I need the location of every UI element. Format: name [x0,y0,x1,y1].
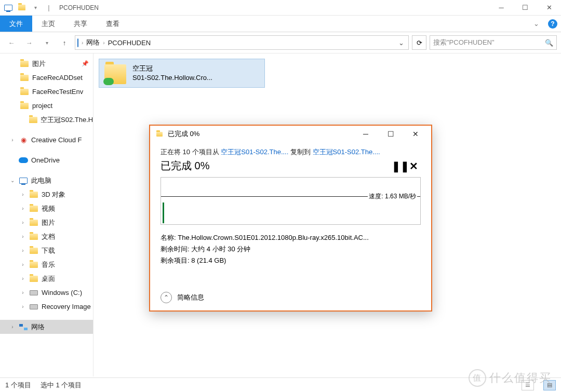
tree-creative-cloud[interactable]: ›◉Creative Cloud F [0,133,93,147]
help-button[interactable]: ? [544,16,561,32]
onedrive-icon [19,156,28,165]
crumb-sep-icon: › [103,40,104,46]
tree-quick-item[interactable]: FaceRecADDset [0,71,93,85]
detail-remaining-items: 8 (21.4 GB) [191,256,226,264]
address-bar[interactable]: › 网络 › PCOFHUDEN ⌄ [75,35,409,50]
quick-access-toolbar: ▾ | [0,3,57,13]
tree-drive-c[interactable]: ›Windows (C:) [0,286,93,300]
copy-description: 正在将 10 个项目从 空王冠S01-S02.The.... 复制到 空王冠S0… [161,147,421,157]
maximize-button[interactable]: ☐ [513,0,537,16]
shared-folder-icon [104,62,126,84]
pause-button[interactable]: ❚❚ [392,160,406,172]
refresh-button[interactable]: ⟳ [412,35,426,50]
nav-recent-dropdown[interactable]: ▾ [39,35,54,50]
network-root-icon [77,39,78,47]
ribbon-tab-view[interactable]: 查看 [97,16,129,32]
status-item-count: 1 个项目 [5,381,31,390]
folder-qat-icon[interactable] [17,3,27,13]
detail-name: The.Hollow.Crown.S01E01.2012.1080p.Blu-r… [178,234,369,241]
ribbon-file-tab[interactable]: 文件 [0,16,32,32]
tree-documents[interactable]: ›文档 [0,229,93,244]
tree-downloads[interactable]: ›下载 [0,244,93,258]
nav-forward-button[interactable]: → [22,35,36,50]
tree-music[interactable]: ›音乐 [0,258,93,272]
tree-quick-pictures[interactable]: 图片📌 [0,57,93,71]
tree-onedrive[interactable]: OneDrive [0,153,93,167]
dialog-title: 已完成 0% [168,129,199,139]
speed-label: 速度: 1.63 MB/秒 [368,192,417,201]
tree-network[interactable]: ›网络 [0,320,93,334]
dialog-close-button[interactable]: ✕ [405,127,426,141]
tree-quick-item[interactable]: project [0,99,93,113]
search-input[interactable]: 搜索"PCOFHUDEN" 🔍 [430,35,557,50]
nav-row: ← → ▾ ↑ › 网络 › PCOFHUDEN ⌄ ⟳ 搜索"PCOFHUDE… [0,32,561,53]
copy-source-link[interactable]: 空王冠S01-S02.The.... [221,148,288,156]
tree-recovery-image[interactable]: ›Recovery Image [0,300,93,314]
nav-back-button[interactable]: ← [4,35,19,50]
breadcrumb-network[interactable]: 网络 [86,38,100,47]
ribbon-expand-button[interactable]: ⌄ [528,16,544,32]
tree-3d-objects[interactable]: ›3D 对象 [0,187,93,201]
cancel-button[interactable]: ✕ [406,160,421,172]
folder-item[interactable]: 空王冠 S01-S02.The.Hollow.Cro... [99,59,265,88]
status-selected-count: 选中 1 个项目 [41,381,82,390]
search-icon: 🔍 [545,39,553,47]
ribbon-tab-share[interactable]: 共享 [64,16,97,32]
folder-name-line1: 空王冠 [132,64,212,73]
qat-dropdown-icon[interactable]: ▾ [30,3,41,13]
copy-progress-dialog: 已完成 0% ─ ☐ ✕ 正在将 10 个项目从 空王冠S01-S02.The.… [149,125,432,312]
tree-quick-item[interactable]: 空王冠S02.The.H [0,113,93,127]
explorer-icon [3,3,14,13]
copy-icon [155,130,164,138]
computer-icon [19,177,28,185]
titlebar: ▾ | PCOFHUDEN ─ ☐ ✕ [0,0,561,16]
cc-icon: ◉ [19,136,28,144]
tree-desktop[interactable]: ›桌面 [0,272,93,286]
disk-icon [29,289,38,297]
copy-dest-link[interactable]: 空王冠S01-S02.The.... [313,148,380,156]
qat-separator: | [44,3,54,13]
pin-icon: 📌 [82,60,89,67]
folder-name-line2: S01-S02.The.Hollow.Cro... [132,73,212,83]
disk-icon [29,303,38,311]
ribbon: 文件 主页 共享 查看 ⌄ ? [0,16,561,32]
watermark: 值什么值得买 [469,369,552,387]
dialog-titlebar[interactable]: 已完成 0% ─ ☐ ✕ [150,126,431,142]
speed-graph: 速度: 1.63 MB/秒 [161,177,421,225]
address-dropdown-icon[interactable]: ⌄ [396,39,406,47]
close-button[interactable]: ✕ [537,0,561,16]
minimize-button[interactable]: ─ [489,0,513,16]
crumb-sep-icon: › [82,40,83,46]
tree-this-pc[interactable]: ⌄此电脑 [0,173,93,187]
dialog-maximize-button[interactable]: ☐ [380,127,401,141]
tree-videos[interactable]: ›视频 [0,201,93,215]
nav-up-button[interactable]: ↑ [57,35,72,50]
progress-heading: 已完成 0% [161,159,209,173]
dialog-minimize-button[interactable]: ─ [355,127,376,141]
search-placeholder: 搜索"PCOFHUDEN" [433,38,495,47]
fewer-details-toggle[interactable]: ⌃ 简略信息 [161,287,421,303]
copy-details: 名称: The.Hollow.Crown.S01E01.2012.1080p.B… [161,232,421,266]
ribbon-tab-home[interactable]: 主页 [32,16,64,32]
detail-remaining-time: 大约 4 小时 30 分钟 [191,245,250,253]
network-icon [19,323,28,331]
window-title: PCOFHUDEN [59,4,99,11]
chevron-up-icon: ⌃ [161,292,172,303]
tree-pictures[interactable]: ›图片 [0,215,93,229]
tree-quick-item[interactable]: FaceRecTestEnv [0,85,93,99]
breadcrumb-host[interactable]: PCOFHUDEN [108,39,151,47]
nav-tree[interactable]: 图片📌 FaceRecADDset FaceRecTestEnv project… [0,53,94,376]
